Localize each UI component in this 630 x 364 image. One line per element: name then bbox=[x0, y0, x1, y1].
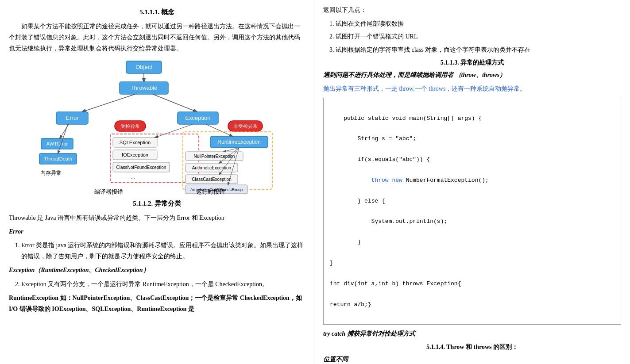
svg-text:Throwable: Throwable bbox=[130, 84, 157, 91]
left-panel: 5.1.1.1. 概念 如果某个方法不能按照正常的途径完成任务，就可以通过另一种… bbox=[0, 0, 314, 364]
svg-text:Object: Object bbox=[135, 64, 152, 70]
throwable-para: Throwable 是 Java 语言中所有错误或异常的超类。下一层分为 Err… bbox=[9, 212, 305, 223]
svg-text:编译器报错: 编译器报错 bbox=[94, 188, 123, 195]
right-panel: 返回以下几点： 试图在文件尾部读取数据 试图打开一个错误格式的 URL 试图根据… bbox=[314, 0, 630, 364]
code-line-16: int div(int a,int b) throws Exception{ bbox=[330, 280, 461, 287]
code-line-5: if(s.equals("abc")) { bbox=[344, 156, 430, 163]
code-line-14: } bbox=[330, 260, 333, 266]
code-line-1: public static void main(String[] args) { bbox=[344, 115, 482, 122]
list-intro: 返回以下几点： bbox=[323, 4, 621, 15]
svg-line-6 bbox=[153, 94, 197, 112]
right-list-item-1: 试图在文件尾部读取数据 bbox=[336, 18, 621, 29]
exception-list-item2: Exception 又有两个分支，一个是运行时异常 RuntimeExcepti… bbox=[21, 279, 305, 290]
svg-text:受检异常: 受检异常 bbox=[120, 123, 140, 129]
code-throw-line: throw new NumberFormatException(); bbox=[351, 177, 489, 184]
svg-text:ClassNotFoundException: ClassNotFoundException bbox=[116, 165, 166, 170]
error-list-item1: Error 类是指 java 运行时系统的内部错误和资源耗尽错误。应用程序不会抛… bbox=[21, 240, 305, 262]
svg-text:Error: Error bbox=[66, 115, 79, 121]
svg-text:ClassCastException: ClassCastException bbox=[192, 177, 231, 182]
svg-text:RuntimeException: RuntimeException bbox=[217, 139, 260, 145]
svg-text:IOException: IOException bbox=[122, 152, 148, 157]
runtime-label: RuntimeException 如：NullPointerException、… bbox=[9, 295, 302, 312]
code-line-3: String s = "abc"; bbox=[344, 135, 416, 142]
svg-line-5 bbox=[82, 94, 135, 112]
exception-label: Exception（RuntimeException、CheckedExcept… bbox=[9, 264, 305, 276]
code-line-8: } else { bbox=[344, 198, 385, 204]
try-catch-label: try catch 捕获异常针对性处理方式 bbox=[323, 328, 621, 339]
svg-text:Exception: Exception bbox=[185, 115, 210, 121]
code-line-12: } bbox=[344, 239, 361, 245]
svg-text:运行时报错: 运行时报错 bbox=[196, 188, 224, 195]
svg-line-29 bbox=[155, 124, 193, 138]
blue-line: 抛出异常有三种形式，一是 throw,一个 throws，还有一种系统自动抛异常… bbox=[323, 83, 621, 94]
diagram-container: Object Throwable Error Exception 受检异常 非受… bbox=[9, 59, 305, 196]
right-list-item-2: 试图打开一个错误格式的 URL bbox=[336, 31, 621, 42]
svg-text:AWTError: AWTError bbox=[46, 141, 68, 146]
svg-text:内存异常: 内存异常 bbox=[40, 170, 62, 176]
code-block: public static void main(String[] args) {… bbox=[323, 98, 621, 325]
code-line-18: return a/b;} bbox=[330, 301, 371, 308]
exception-list: Exception 又有两个分支，一个是运行时异常 RuntimeExcepti… bbox=[9, 279, 305, 290]
section-512-title: 5.1.1.2. 异常分类 bbox=[9, 199, 305, 208]
section-513-title: 5.1.1.3. 异常的处理方式 bbox=[323, 59, 621, 67]
pos-diff-label: 位置不同 bbox=[323, 354, 621, 364]
para1: 如果某个方法不能按照正常的途径完成任务，就可以通过另一种路径退出方法。在这种情况… bbox=[9, 21, 305, 54]
bold-italic-text: 遇到问题不进行具体处理，而是继续抛给调用者 （throw、throws） bbox=[323, 69, 621, 80]
exception-diagram: Object Throwable Error Exception 受检异常 非受… bbox=[38, 59, 277, 196]
error-label: Error bbox=[9, 226, 305, 237]
code-line-10: System.out.println(s); bbox=[351, 218, 447, 225]
svg-text:非受检异常: 非受检异常 bbox=[233, 123, 257, 129]
right-list-item-3: 试图根据给定的字符串查找 class 对象，而这个字符串表示的类并不存在 bbox=[336, 44, 621, 55]
svg-text:SQLException: SQLException bbox=[119, 140, 150, 145]
svg-text:ThreadDeath: ThreadDeath bbox=[43, 156, 72, 161]
throwable-text: Throwable 是 Java 语言中所有错误或异常的超类。下一层分为 Err… bbox=[9, 215, 224, 221]
right-list: 试图在文件尾部读取数据 试图打开一个错误格式的 URL 试图根据给定的字符串查找… bbox=[323, 18, 621, 55]
error-list: Error 类是指 java 运行时系统的内部错误和资源耗尽错误。应用程序不会抛… bbox=[9, 240, 305, 262]
runtime-para: RuntimeException 如：NullPointerException、… bbox=[9, 292, 305, 314]
svg-text:...: ... bbox=[131, 174, 135, 180]
throw-new-text: throw new bbox=[371, 177, 402, 184]
svg-text:NullPointerException: NullPointerException bbox=[193, 154, 235, 159]
section-511-title: 5.1.1.1. 概念 bbox=[9, 8, 305, 16]
section-514-title: 5.1.1.4. Throw 和 throws 的区别： bbox=[323, 343, 621, 351]
